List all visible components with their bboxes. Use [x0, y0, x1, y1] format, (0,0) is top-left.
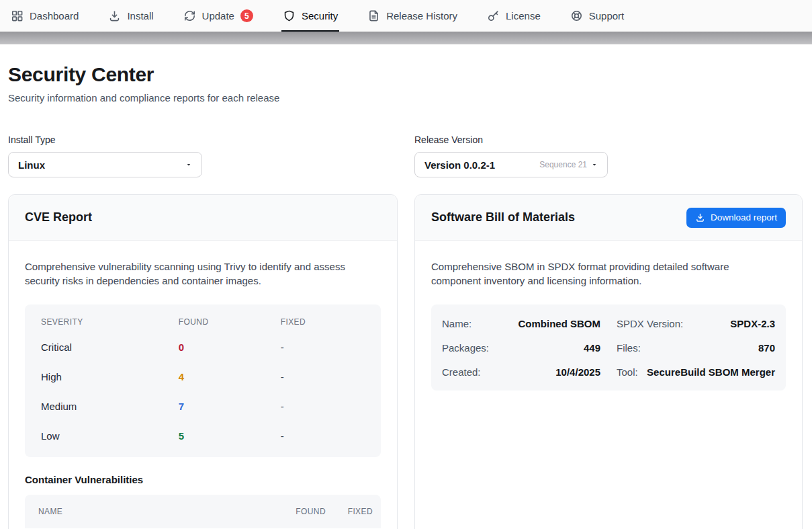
- sbom-detail-created: Created: 10/4/2025: [442, 360, 600, 384]
- shield-icon: [283, 9, 296, 22]
- nav-item-release-history[interactable]: Release History: [367, 0, 457, 32]
- cve-report-title: CVE Report: [25, 210, 92, 225]
- severity-table-header: SEVERITY FOUND FIXED: [25, 304, 381, 332]
- filters-row: Install Type Linux Release Version Versi…: [8, 134, 803, 177]
- severity-table: SEVERITY FOUND FIXED Critical 0 - High 4…: [25, 304, 381, 457]
- sbom-details-panel: Name: Combined SBOM SPDX Version: SPDX-2…: [431, 304, 786, 391]
- severity-label: Critical: [41, 341, 179, 353]
- table-row: Critical 0 -: [25, 332, 381, 362]
- release-version-right: Sequence 21: [539, 160, 598, 169]
- install-type-filter: Install Type Linux: [8, 134, 398, 177]
- fixed-count: -: [281, 430, 365, 442]
- container-vulnerabilities-title: Container Vulnerabilities: [25, 474, 381, 485]
- lifebuoy-icon: [570, 9, 583, 22]
- sbom-detail-packages: Packages: 449: [442, 335, 600, 360]
- container-vulnerabilities-table-header: NAME FOUND FIXED: [25, 495, 381, 528]
- page-subtitle: Security information and compliance repo…: [8, 92, 803, 104]
- nav-label: Release History: [386, 10, 457, 22]
- found-column-header: FOUND: [284, 507, 326, 516]
- nav-label: Dashboard: [30, 10, 79, 22]
- cards-row: CVE Report Comprehensive vulnerability s…: [8, 194, 803, 529]
- key-icon: [487, 9, 500, 22]
- nav-item-license[interactable]: License: [487, 0, 541, 32]
- install-type-select[interactable]: Linux: [8, 152, 202, 177]
- detail-value: 870: [758, 342, 775, 354]
- sbom-card: Software Bill of Materials Download repo…: [414, 194, 803, 529]
- detail-label: Created:: [442, 366, 481, 378]
- found-count: 0: [179, 341, 281, 353]
- sbom-body: Comprehensive SBOM in SPDX format provid…: [415, 241, 802, 407]
- refresh-icon: [183, 9, 196, 22]
- severity-label: Medium: [41, 401, 179, 412]
- window-divider-band: [0, 32, 812, 44]
- severity-column-header: SEVERITY: [41, 317, 179, 327]
- detail-label: Packages:: [442, 342, 489, 354]
- found-count: 4: [179, 371, 281, 382]
- sbom-detail-spdx-version: SPDX Version: SPDX-2.3: [617, 311, 775, 335]
- detail-label: Tool:: [617, 366, 638, 378]
- download-report-label: Download report: [711, 212, 777, 222]
- nav-item-install[interactable]: Install: [108, 0, 153, 32]
- dashboard-grid-icon: [11, 9, 24, 22]
- nav-item-update[interactable]: Update 5: [183, 0, 253, 32]
- cve-report-description: Comprehensive vulnerability scanning usi…: [25, 259, 374, 288]
- document-icon: [367, 9, 380, 22]
- chevron-down-icon: [591, 161, 598, 168]
- page-title: Security Center: [8, 63, 803, 86]
- update-count-badge: 5: [240, 9, 253, 22]
- detail-value: SPDX-2.3: [730, 318, 775, 329]
- fixed-column-header: FIXED: [281, 317, 365, 327]
- nav-label: Security: [302, 10, 338, 22]
- fixed-count: -: [281, 401, 365, 412]
- top-navigation: Dashboard Install Update 5 Security Rele…: [0, 0, 812, 32]
- detail-label: SPDX Version:: [617, 318, 683, 329]
- found-column-header: FOUND: [179, 317, 281, 327]
- sbom-detail-files: Files: 870: [617, 335, 775, 360]
- install-type-value: Linux: [18, 159, 45, 171]
- sbom-detail-tool: Tool: SecureBuild SBOM Merger: [617, 360, 775, 384]
- nav-label: License: [506, 10, 541, 22]
- cve-report-body: Comprehensive vulnerability scanning usi…: [9, 241, 397, 529]
- sbom-header: Software Bill of Materials Download repo…: [415, 195, 802, 241]
- fixed-column-header: FIXED: [338, 507, 373, 516]
- detail-value: SecureBuild SBOM Merger: [647, 366, 775, 378]
- nav-label: Install: [127, 10, 153, 22]
- nav-item-dashboard[interactable]: Dashboard: [11, 0, 79, 32]
- found-count: 5: [179, 430, 281, 442]
- nav-label: Update: [202, 10, 234, 22]
- fixed-count: -: [281, 341, 365, 353]
- cve-report-card: CVE Report Comprehensive vulnerability s…: [8, 194, 398, 529]
- detail-value: 10/4/2025: [555, 366, 600, 378]
- cve-report-header: CVE Report: [9, 195, 397, 241]
- sbom-detail-name: Name: Combined SBOM: [442, 311, 600, 335]
- severity-label: Low: [41, 430, 179, 442]
- sbom-title: Software Bill of Materials: [431, 210, 575, 225]
- release-version-filter: Release Version Version 0.0.2-1 Sequence…: [414, 134, 803, 177]
- table-row: Medium 7 -: [25, 391, 381, 421]
- chevron-down-icon: [185, 161, 192, 168]
- fixed-count: -: [281, 371, 365, 382]
- nav-item-support[interactable]: Support: [570, 0, 625, 32]
- release-version-label: Release Version: [414, 134, 803, 145]
- name-column-header: NAME: [38, 507, 272, 516]
- release-version-value: Version 0.0.2-1: [424, 159, 495, 171]
- detail-label: Files:: [617, 342, 641, 354]
- download-icon: [695, 212, 705, 222]
- release-sequence-label: Sequence 21: [539, 160, 587, 169]
- install-type-label: Install Type: [8, 134, 398, 145]
- download-icon: [108, 9, 121, 22]
- detail-value: 449: [584, 342, 600, 354]
- table-row: High 4 -: [25, 362, 381, 391]
- table-row: Low 5 -: [25, 421, 381, 450]
- release-version-select[interactable]: Version 0.0.2-1 Sequence 21: [414, 152, 608, 177]
- sbom-description: Comprehensive SBOM in SPDX format provid…: [431, 259, 780, 288]
- detail-value: Combined SBOM: [518, 318, 601, 329]
- nav-label: Support: [589, 10, 625, 22]
- download-report-button[interactable]: Download report: [686, 208, 786, 228]
- severity-label: High: [41, 371, 179, 382]
- nav-item-security[interactable]: Security: [283, 0, 338, 32]
- main-content: Security Center Security information and…: [0, 63, 812, 529]
- found-count: 7: [179, 401, 281, 412]
- detail-label: Name:: [442, 318, 471, 329]
